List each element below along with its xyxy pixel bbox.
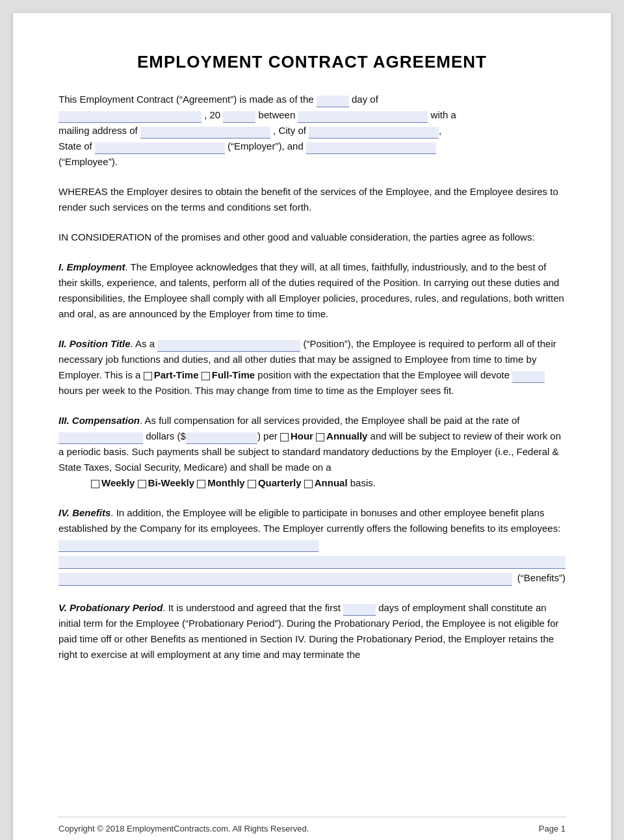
annual-checkbox[interactable] (304, 480, 313, 488)
benefits-label: (“Benefits”) (517, 570, 566, 586)
quarterly-label: Quarterly (258, 477, 302, 488)
annually-checkbox[interactable] (316, 433, 324, 441)
part-time-label: Part-Time (154, 369, 199, 380)
month-field[interactable] (58, 111, 202, 123)
year-field[interactable] (223, 111, 255, 123)
day-field[interactable] (317, 96, 349, 107)
hours-field[interactable] (512, 371, 545, 383)
between-text: between (259, 109, 296, 120)
weekly-label: Weekly (101, 477, 135, 488)
employee-name-field[interactable] (306, 142, 436, 154)
part-time-checkbox[interactable] (144, 372, 152, 380)
hour-checkbox[interactable] (280, 433, 289, 441)
payment-frequency: Weekly Bi-Weekly Monthly Quarterly Annua… (58, 477, 376, 488)
party1-field[interactable] (298, 111, 428, 123)
employer-label: (“Employer”), and (228, 140, 304, 151)
with-text: with a (431, 109, 456, 120)
section5-heading: V. Probationary Period (58, 602, 162, 613)
dollar-field[interactable] (186, 432, 257, 444)
intro-line1-mid: day of (352, 94, 378, 105)
footer-copyright: Copyright © 2018 EmploymentContracts.com… (58, 824, 309, 833)
weekly-checkbox[interactable] (91, 480, 99, 488)
section2-heading: II. Position Title (58, 338, 131, 349)
city-field[interactable] (309, 127, 439, 138)
intro-line1-pre: This Employment Contract (“Agreement”) i… (58, 94, 314, 105)
section-employment: I. Employment. The Employee acknowledges… (58, 259, 566, 322)
state-label: State of (58, 140, 92, 151)
full-time-label: Full-Time (212, 369, 255, 380)
section-probationary: V. Probationary Period. It is understood… (58, 600, 566, 663)
employee-label: (“Employee”). (58, 156, 118, 167)
document-footer: Copyright © 2018 EmploymentContracts.com… (58, 817, 566, 833)
annual-label: Annual (315, 477, 348, 488)
quarterly-checkbox[interactable] (248, 480, 256, 488)
benefits-field-2[interactable] (58, 556, 566, 569)
position-title-field[interactable] (157, 340, 300, 352)
full-time-checkbox[interactable] (202, 372, 210, 380)
year-prefix: , 20 (204, 109, 220, 120)
benefits-field-3[interactable] (58, 573, 512, 586)
annually-label: Annually (326, 430, 367, 441)
section1-heading: I. Employment (58, 261, 125, 272)
biweekly-checkbox[interactable] (138, 480, 146, 488)
footer-page: Page 1 (539, 824, 566, 833)
consideration-paragraph: IN CONSIDERATION of the promises and oth… (58, 230, 566, 245)
section-compensation: III. Compensation. As full compensation … (58, 413, 566, 491)
state-field[interactable] (95, 142, 225, 154)
intro-paragraph: This Employment Contract (“Agreement”) i… (58, 92, 566, 170)
section1-text: . The Employee acknowledges that they wi… (58, 261, 564, 319)
benefits-field-1[interactable] (58, 540, 318, 552)
section-benefits: IV. Benefits. In addition, the Employee … (58, 505, 566, 586)
address-field[interactable] (140, 127, 270, 138)
mailing-label: mailing address of (58, 125, 138, 136)
whereas-paragraph: WHEREAS the Employer desires to obtain t… (58, 184, 566, 215)
document-page: EMPLOYMENT CONTRACT AGREEMENT This Emplo… (13, 13, 611, 840)
probation-days-field[interactable] (343, 604, 376, 616)
monthly-label: Monthly (207, 477, 245, 488)
section4-heading: IV. Benefits (58, 507, 110, 518)
section-position: II. Position Title. As a (“Position”), t… (58, 336, 566, 399)
rate-field[interactable] (58, 432, 143, 444)
document-title: EMPLOYMENT CONTRACT AGREEMENT (58, 52, 566, 72)
city-label: , City of (273, 125, 306, 136)
hour-label: Hour (291, 430, 313, 441)
section3-heading: III. Compensation (58, 415, 140, 426)
biweekly-label: Bi-Weekly (148, 477, 194, 488)
monthly-checkbox[interactable] (197, 480, 205, 488)
